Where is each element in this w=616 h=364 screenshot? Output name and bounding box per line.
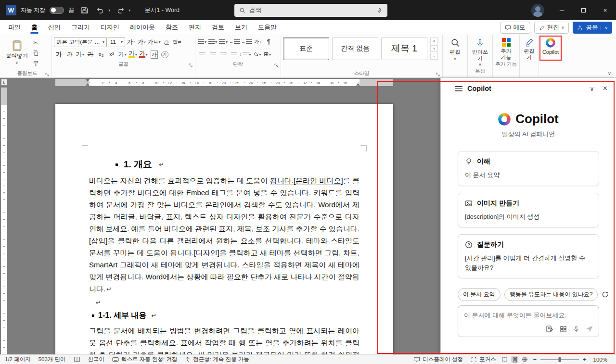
quick-access-dropdown-caret[interactable]: ▾ [128,8,130,13]
user-avatar[interactable] [531,4,544,17]
bold-button[interactable]: 가 [54,50,64,59]
zoom-slider-thumb[interactable] [558,357,561,362]
change-case-button[interactable]: 가나▾ [147,37,161,47]
tab-review[interactable]: 검토 [206,20,230,34]
editing-menu-button[interactable]: 편집 ∨ [445,35,465,61]
align-center-button[interactable] [208,50,218,59]
bullet-list-button[interactable]: ▾ [197,37,207,47]
tab-mailings[interactable]: 편지 [183,20,206,34]
vertical-ruler[interactable] [1,88,7,354]
card-ask-question[interactable]: ? 질문하기 [시간 관리]를 어떻게 더 간결하게 설명할 수 있을까요? [458,234,599,278]
apps-icon[interactable] [560,326,567,333]
search-mic-icon[interactable] [377,7,383,14]
tab-stop-selector[interactable]: L [1,79,7,86]
mic-icon[interactable] [573,325,579,333]
subscript-button[interactable]: x₂ [96,50,106,59]
copilot-button[interactable]: Copilot [541,35,560,55]
zoom-level[interactable]: 100% [590,355,611,364]
close-button[interactable]: × [594,0,616,20]
line-spacing-button[interactable]: ↕▾ [240,50,251,59]
decrease-indent-button[interactable]: ← [229,37,240,47]
word-count[interactable]: 503개 단어 [35,355,70,364]
superscript-button[interactable]: x² [107,50,116,59]
document-heading-1[interactable]: 1. 개요 ↵ [116,158,359,171]
strikethrough-button[interactable]: 가 [86,50,95,59]
chip-call-to-action[interactable]: 행동을 유도하는 내용이 있나요? [504,288,598,301]
style-heading1[interactable]: 제목 1 [381,37,427,60]
zoom-slider[interactable] [540,359,579,360]
justify-button[interactable] [229,50,239,59]
share-dropdown-caret[interactable]: ∨ [601,25,608,30]
font-dialog-launcher[interactable] [189,63,192,67]
style-no-spacing[interactable]: 간격 없음 [332,37,378,60]
character-border-button[interactable]: 가 [149,50,159,59]
comments-button[interactable]: 메모 [500,22,530,34]
cut-button[interactable]: ✂ [30,38,41,47]
style-normal[interactable]: 표준 [283,37,329,60]
shading-button[interactable]: ▾ [252,50,262,59]
accessibility-status[interactable]: 접근성: 계속 진행 가능 [181,355,253,364]
pane-collapse-icon[interactable]: ∨ [590,85,594,92]
autosave-toggle[interactable] [50,7,64,14]
empty-paragraph[interactable]: ↵ [95,298,359,307]
shrink-font-button[interactable]: 가v [137,37,146,47]
font-name-combo[interactable]: 맑은 고딕(본문 한글)▾ [54,37,107,47]
read-mode-button[interactable] [501,356,508,363]
proofing-status[interactable] [70,355,84,364]
editing-mode-button[interactable]: 편집 ∨ [534,22,569,34]
share-button[interactable]: 공유 ∨ [573,22,612,34]
styles-scroll-up-button[interactable]: ∧ [430,38,438,44]
hanging-indent-marker[interactable] [86,81,90,86]
show-paragraph-marks-button[interactable]: ¶ [264,37,273,47]
save-button[interactable] [78,4,90,16]
undo-dropdown-caret[interactable]: ▾ [108,8,110,13]
undo-button[interactable] [94,4,106,16]
page[interactable]: 1. 개요 ↵ 비디오는 자신의 견해를 효과적으로 입증하는 데 도움이 됩니… [55,104,393,354]
underline-button[interactable]: 가▾ [75,50,85,59]
clear-formatting-button[interactable] [162,37,171,47]
text-effects-button[interactable]: 가▾ [117,50,127,59]
paste-button[interactable]: 붙여넣기 ∨ [5,35,29,69]
font-size-combo[interactable]: 11▾ [108,37,125,47]
card-understand[interactable]: 이해 이 문서 요약 [458,151,599,186]
tab-file[interactable]: 파일 [3,20,26,34]
document-paragraph[interactable]: 그림을 문서에 배치되는 방법을 변경하려면 그림을 클릭하고 옆에 표시되는 … [89,325,359,354]
right-indent-marker[interactable] [356,81,360,86]
tab-view[interactable]: 보기 [230,20,253,34]
web-layout-button[interactable] [521,356,528,363]
language-indicator[interactable]: 한국어 [84,355,109,364]
grow-font-button[interactable]: 가^ [126,37,136,47]
styles-dialog-launcher[interactable] [436,73,440,76]
chip-summarize[interactable]: 이 문서 요약 [458,288,500,301]
tab-home[interactable]: 홈 [26,20,43,34]
align-left-button[interactable] [197,50,207,59]
page-indicator[interactable]: 1/2 페이지 [5,355,35,364]
tab-draw[interactable]: 그리기 [66,20,95,34]
redo-button[interactable] [115,4,126,16]
styles-scroll-down-button[interactable]: ∨ [430,45,438,52]
italic-button[interactable]: 가 [64,50,74,59]
tab-design[interactable]: 디자인 [95,20,125,34]
clipboard-dialog-launcher[interactable] [45,73,49,76]
horizontal-ruler[interactable]: 2468101214161820222426283032343638 [8,78,440,87]
copilot-input-box[interactable] [458,305,599,337]
borders-button[interactable]: ⊞▾ [263,50,272,59]
refresh-suggestions-button[interactable] [602,289,609,301]
font-color-button[interactable]: 가▾ [139,50,148,59]
search-box[interactable]: 검색 [234,4,387,17]
maximize-button[interactable] [573,0,594,20]
text-autocomplete-status[interactable]: 텍스트 자동 완성: 켜짐 [108,355,181,364]
enclose-character-button[interactable]: 가 [160,50,169,59]
ribbon-collapse-button[interactable]: ∨ [608,71,611,76]
hangul-hanja-button[interactable]: 한⇄ [172,37,182,47]
tab-references[interactable]: 참조 [160,20,183,34]
pane-close-icon[interactable]: × [603,84,607,93]
focus-mode[interactable]: 포커스 [467,355,500,364]
display-settings[interactable]: 디스플레이 설정 [413,355,467,364]
tab-layout[interactable]: 레이아웃 [125,20,160,34]
numbered-list-button[interactable]: ▾ [208,37,218,47]
print-layout-button[interactable] [511,356,518,363]
editor-button[interactable]: 편집기 [522,35,537,60]
send-icon[interactable] [586,325,593,333]
tab-insert[interactable]: 삽입 [43,20,66,34]
